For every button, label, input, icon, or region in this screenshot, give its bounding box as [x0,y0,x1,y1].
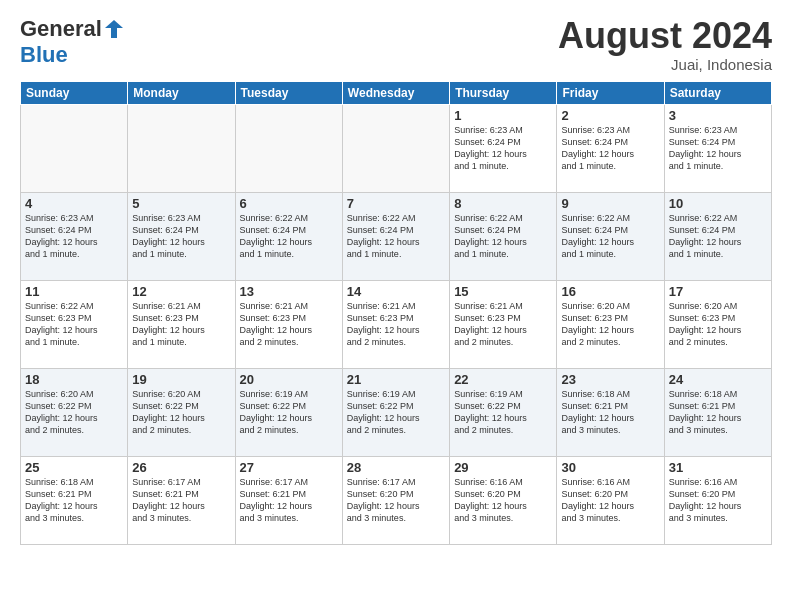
calendar-cell-w4-d3: 21Sunrise: 6:19 AM Sunset: 6:22 PM Dayli… [342,368,449,456]
day-number: 14 [347,284,445,299]
day-number: 31 [669,460,767,475]
day-info: Sunrise: 6:22 AM Sunset: 6:23 PM Dayligh… [25,300,123,349]
title-section: August 2024 Juai, Indonesia [558,16,772,73]
day-number: 17 [669,284,767,299]
col-wednesday: Wednesday [342,81,449,104]
calendar-week-3: 11Sunrise: 6:22 AM Sunset: 6:23 PM Dayli… [21,280,772,368]
calendar-cell-w2-d3: 7Sunrise: 6:22 AM Sunset: 6:24 PM Daylig… [342,192,449,280]
logo-general-text: General [20,16,102,42]
day-number: 16 [561,284,659,299]
calendar-week-2: 4Sunrise: 6:23 AM Sunset: 6:24 PM Daylig… [21,192,772,280]
calendar-cell-w4-d5: 23Sunrise: 6:18 AM Sunset: 6:21 PM Dayli… [557,368,664,456]
day-info: Sunrise: 6:21 AM Sunset: 6:23 PM Dayligh… [454,300,552,349]
day-number: 10 [669,196,767,211]
calendar-cell-w2-d2: 6Sunrise: 6:22 AM Sunset: 6:24 PM Daylig… [235,192,342,280]
day-info: Sunrise: 6:19 AM Sunset: 6:22 PM Dayligh… [240,388,338,437]
day-info: Sunrise: 6:21 AM Sunset: 6:23 PM Dayligh… [240,300,338,349]
day-number: 24 [669,372,767,387]
day-number: 30 [561,460,659,475]
calendar-cell-w3-d5: 16Sunrise: 6:20 AM Sunset: 6:23 PM Dayli… [557,280,664,368]
day-number: 26 [132,460,230,475]
calendar-cell-w3-d2: 13Sunrise: 6:21 AM Sunset: 6:23 PM Dayli… [235,280,342,368]
day-number: 19 [132,372,230,387]
day-info: Sunrise: 6:16 AM Sunset: 6:20 PM Dayligh… [561,476,659,525]
day-number: 29 [454,460,552,475]
day-number: 9 [561,196,659,211]
calendar-week-5: 25Sunrise: 6:18 AM Sunset: 6:21 PM Dayli… [21,456,772,544]
day-number: 4 [25,196,123,211]
day-info: Sunrise: 6:17 AM Sunset: 6:20 PM Dayligh… [347,476,445,525]
logo: General Blue [20,16,126,68]
day-number: 25 [25,460,123,475]
day-info: Sunrise: 6:16 AM Sunset: 6:20 PM Dayligh… [669,476,767,525]
day-number: 18 [25,372,123,387]
day-info: Sunrise: 6:22 AM Sunset: 6:24 PM Dayligh… [669,212,767,261]
page: General Blue August 2024 Juai, Indonesia… [0,0,792,612]
calendar-cell-w3-d3: 14Sunrise: 6:21 AM Sunset: 6:23 PM Dayli… [342,280,449,368]
calendar-week-1: 1Sunrise: 6:23 AM Sunset: 6:24 PM Daylig… [21,104,772,192]
calendar-cell-w4-d2: 20Sunrise: 6:19 AM Sunset: 6:22 PM Dayli… [235,368,342,456]
day-number: 23 [561,372,659,387]
day-number: 28 [347,460,445,475]
calendar-cell-w1-d0 [21,104,128,192]
day-info: Sunrise: 6:22 AM Sunset: 6:24 PM Dayligh… [240,212,338,261]
calendar-cell-w4-d0: 18Sunrise: 6:20 AM Sunset: 6:22 PM Dayli… [21,368,128,456]
calendar-cell-w5-d1: 26Sunrise: 6:17 AM Sunset: 6:21 PM Dayli… [128,456,235,544]
day-number: 27 [240,460,338,475]
day-number: 2 [561,108,659,123]
day-info: Sunrise: 6:20 AM Sunset: 6:22 PM Dayligh… [132,388,230,437]
day-number: 7 [347,196,445,211]
day-number: 3 [669,108,767,123]
day-info: Sunrise: 6:18 AM Sunset: 6:21 PM Dayligh… [669,388,767,437]
calendar-week-4: 18Sunrise: 6:20 AM Sunset: 6:22 PM Dayli… [21,368,772,456]
calendar-cell-w5-d3: 28Sunrise: 6:17 AM Sunset: 6:20 PM Dayli… [342,456,449,544]
logo-blue-text: Blue [20,42,68,67]
day-info: Sunrise: 6:20 AM Sunset: 6:23 PM Dayligh… [561,300,659,349]
day-number: 13 [240,284,338,299]
col-tuesday: Tuesday [235,81,342,104]
calendar-cell-w4-d4: 22Sunrise: 6:19 AM Sunset: 6:22 PM Dayli… [450,368,557,456]
col-monday: Monday [128,81,235,104]
day-number: 15 [454,284,552,299]
col-thursday: Thursday [450,81,557,104]
day-info: Sunrise: 6:18 AM Sunset: 6:21 PM Dayligh… [561,388,659,437]
calendar-cell-w3-d6: 17Sunrise: 6:20 AM Sunset: 6:23 PM Dayli… [664,280,771,368]
day-info: Sunrise: 6:22 AM Sunset: 6:24 PM Dayligh… [454,212,552,261]
day-info: Sunrise: 6:23 AM Sunset: 6:24 PM Dayligh… [561,124,659,173]
day-info: Sunrise: 6:23 AM Sunset: 6:24 PM Dayligh… [454,124,552,173]
calendar-cell-w5-d5: 30Sunrise: 6:16 AM Sunset: 6:20 PM Dayli… [557,456,664,544]
calendar-table: Sunday Monday Tuesday Wednesday Thursday… [20,81,772,545]
calendar-cell-w1-d2 [235,104,342,192]
svg-marker-0 [105,20,123,38]
day-info: Sunrise: 6:17 AM Sunset: 6:21 PM Dayligh… [132,476,230,525]
day-info: Sunrise: 6:23 AM Sunset: 6:24 PM Dayligh… [132,212,230,261]
calendar-cell-w2-d5: 9Sunrise: 6:22 AM Sunset: 6:24 PM Daylig… [557,192,664,280]
day-info: Sunrise: 6:21 AM Sunset: 6:23 PM Dayligh… [347,300,445,349]
day-info: Sunrise: 6:23 AM Sunset: 6:24 PM Dayligh… [25,212,123,261]
day-info: Sunrise: 6:16 AM Sunset: 6:20 PM Dayligh… [454,476,552,525]
calendar-cell-w4-d6: 24Sunrise: 6:18 AM Sunset: 6:21 PM Dayli… [664,368,771,456]
calendar-cell-w2-d4: 8Sunrise: 6:22 AM Sunset: 6:24 PM Daylig… [450,192,557,280]
col-saturday: Saturday [664,81,771,104]
calendar-cell-w1-d4: 1Sunrise: 6:23 AM Sunset: 6:24 PM Daylig… [450,104,557,192]
calendar-cell-w1-d5: 2Sunrise: 6:23 AM Sunset: 6:24 PM Daylig… [557,104,664,192]
calendar-cell-w4-d1: 19Sunrise: 6:20 AM Sunset: 6:22 PM Dayli… [128,368,235,456]
day-number: 21 [347,372,445,387]
day-number: 12 [132,284,230,299]
calendar-header-row: Sunday Monday Tuesday Wednesday Thursday… [21,81,772,104]
calendar-cell-w5-d4: 29Sunrise: 6:16 AM Sunset: 6:20 PM Dayli… [450,456,557,544]
day-number: 8 [454,196,552,211]
day-number: 20 [240,372,338,387]
day-info: Sunrise: 6:22 AM Sunset: 6:24 PM Dayligh… [347,212,445,261]
calendar-cell-w1-d6: 3Sunrise: 6:23 AM Sunset: 6:24 PM Daylig… [664,104,771,192]
calendar-title: August 2024 [558,16,772,56]
day-info: Sunrise: 6:22 AM Sunset: 6:24 PM Dayligh… [561,212,659,261]
col-sunday: Sunday [21,81,128,104]
calendar-cell-w2-d0: 4Sunrise: 6:23 AM Sunset: 6:24 PM Daylig… [21,192,128,280]
day-info: Sunrise: 6:23 AM Sunset: 6:24 PM Dayligh… [669,124,767,173]
calendar-cell-w3-d4: 15Sunrise: 6:21 AM Sunset: 6:23 PM Dayli… [450,280,557,368]
day-info: Sunrise: 6:21 AM Sunset: 6:23 PM Dayligh… [132,300,230,349]
calendar-cell-w1-d1 [128,104,235,192]
calendar-cell-w3-d1: 12Sunrise: 6:21 AM Sunset: 6:23 PM Dayli… [128,280,235,368]
calendar-cell-w2-d6: 10Sunrise: 6:22 AM Sunset: 6:24 PM Dayli… [664,192,771,280]
